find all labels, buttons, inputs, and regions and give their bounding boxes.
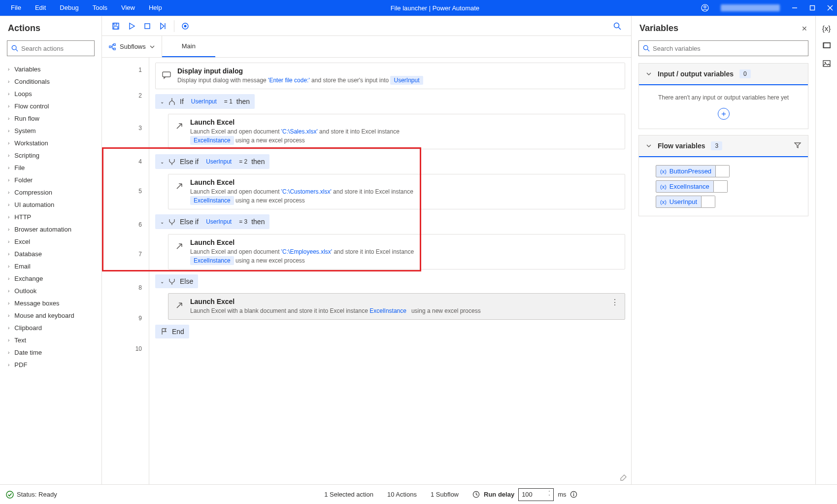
step-display-input-dialog[interactable]: Display input dialog Display input dialo… bbox=[155, 63, 625, 89]
step-launch-excel-2[interactable]: Launch Excel Launch Excel and open docum… bbox=[168, 174, 625, 209]
search-variables-input[interactable] bbox=[653, 45, 804, 52]
io-variables-section: Input / output variables 0 There aren't … bbox=[638, 63, 808, 129]
dialog-icon bbox=[162, 70, 171, 80]
action-category[interactable]: ›Workstation bbox=[0, 137, 101, 149]
close-variables-icon[interactable]: ✕ bbox=[802, 25, 807, 33]
step-title: Launch Excel bbox=[190, 298, 601, 305]
branch-icon bbox=[168, 277, 176, 285]
action-category[interactable]: ›Exchange bbox=[0, 272, 101, 285]
chevron-right-icon: › bbox=[8, 128, 9, 134]
action-category[interactable]: ›Mouse and keyboard bbox=[0, 309, 101, 322]
action-category[interactable]: ›Conditionals bbox=[0, 75, 101, 88]
step-button[interactable] bbox=[155, 18, 171, 34]
action-category[interactable]: ›HTTP bbox=[0, 211, 101, 223]
action-category[interactable]: ›Loops bbox=[0, 88, 101, 100]
clock-icon bbox=[472, 491, 480, 498]
check-circle-icon bbox=[6, 491, 14, 499]
svg-marker-13 bbox=[161, 23, 164, 29]
designer-toolbar bbox=[102, 16, 631, 36]
action-category[interactable]: ›Flow control bbox=[0, 100, 101, 112]
action-category[interactable]: ›Scripting bbox=[0, 149, 101, 162]
collapse-icon[interactable]: ⌄ bbox=[160, 99, 164, 104]
info-icon[interactable] bbox=[570, 491, 577, 498]
action-category[interactable]: ›File bbox=[0, 162, 101, 174]
status-selected: 1 Selected action bbox=[324, 491, 373, 498]
add-variable-button[interactable]: ＋ bbox=[718, 108, 730, 120]
window-close[interactable] bbox=[827, 5, 833, 11]
launch-icon bbox=[174, 241, 184, 251]
stop-button[interactable] bbox=[139, 18, 155, 34]
step-elseif-2[interactable]: ⌄ Else if UserInput = 3 then bbox=[155, 214, 269, 229]
run-delay-input[interactable]: 100 ˄˅ bbox=[518, 488, 554, 501]
actions-panel: Actions ›Variables›Conditionals›Loops›Fl… bbox=[0, 16, 102, 484]
search-variables[interactable] bbox=[638, 40, 808, 56]
delay-down[interactable]: ˅ bbox=[548, 495, 550, 499]
variable-name: ExcelInstance bbox=[670, 183, 709, 190]
io-variables-header[interactable]: Input / output variables 0 bbox=[639, 64, 808, 85]
action-category-label: Variables bbox=[14, 66, 40, 73]
record-button[interactable] bbox=[177, 18, 193, 34]
step-else[interactable]: ⌄ Else bbox=[155, 274, 198, 288]
menu-view[interactable]: View bbox=[114, 0, 142, 16]
action-category[interactable]: ›PDF bbox=[0, 359, 101, 371]
action-category[interactable]: ›Database bbox=[0, 248, 101, 260]
ui-elements-icon[interactable] bbox=[823, 41, 831, 51]
search-actions[interactable] bbox=[7, 40, 95, 56]
filter-icon[interactable] bbox=[794, 142, 801, 150]
window-maximize[interactable] bbox=[809, 5, 815, 11]
action-category[interactable]: ›UI automation bbox=[0, 199, 101, 211]
menu-edit[interactable]: Edit bbox=[28, 0, 53, 16]
action-category[interactable]: ›Folder bbox=[0, 174, 101, 186]
step-launch-excel-blank[interactable]: Launch Excel Launch Excel with a blank d… bbox=[168, 293, 625, 320]
step-end[interactable]: End bbox=[155, 325, 189, 338]
subflow-icon bbox=[109, 43, 116, 50]
action-category[interactable]: ›Run flow bbox=[0, 112, 101, 125]
images-icon[interactable] bbox=[823, 60, 831, 69]
flow-variables-header[interactable]: Flow variables 3 bbox=[639, 135, 808, 157]
flow-variable[interactable]: (x)UserInput bbox=[656, 196, 808, 208]
step-if[interactable]: ⌄ If UserInput = 1 then bbox=[155, 94, 255, 109]
search-actions-input[interactable] bbox=[21, 45, 104, 52]
action-category-label: Scripting bbox=[14, 152, 39, 159]
action-category[interactable]: ›Outlook bbox=[0, 285, 101, 297]
action-category[interactable]: ›Clipboard bbox=[0, 322, 101, 334]
action-category[interactable]: ›Browser automation bbox=[0, 223, 101, 235]
menu-help[interactable]: Help bbox=[142, 0, 169, 16]
flow-variable[interactable]: (x)ExcelInstance bbox=[656, 180, 808, 193]
collapse-icon[interactable]: ⌄ bbox=[160, 279, 164, 284]
svg-line-7 bbox=[16, 49, 18, 51]
account-icon[interactable] bbox=[701, 4, 709, 12]
menu-file[interactable]: File bbox=[4, 0, 28, 16]
flow-canvas[interactable]: Display input dialog Display input dialo… bbox=[149, 58, 631, 484]
menu-tools[interactable]: Tools bbox=[86, 0, 114, 16]
action-category[interactable]: ›Date time bbox=[0, 346, 101, 359]
actions-tree[interactable]: ›Variables›Conditionals›Loops›Flow contr… bbox=[0, 61, 101, 484]
menu-debug[interactable]: Debug bbox=[53, 0, 85, 16]
step-launch-excel-3[interactable]: Launch Excel Launch Excel and open docum… bbox=[168, 234, 625, 269]
search-flow-icon[interactable] bbox=[609, 18, 625, 34]
action-category[interactable]: ›Variables bbox=[0, 63, 101, 75]
save-button[interactable] bbox=[108, 18, 124, 34]
action-category[interactable]: ›Text bbox=[0, 334, 101, 346]
window-minimize[interactable] bbox=[792, 5, 798, 11]
run-button[interactable] bbox=[124, 18, 139, 34]
action-category[interactable]: ›Compression bbox=[0, 186, 101, 199]
eraser-icon[interactable] bbox=[619, 472, 628, 482]
subflows-dropdown[interactable]: Subflows bbox=[102, 36, 162, 57]
collapse-icon[interactable]: ⌄ bbox=[160, 219, 164, 225]
action-category[interactable]: ›System bbox=[0, 125, 101, 137]
more-icon[interactable]: ⋮ bbox=[607, 298, 619, 307]
variable-type-icon: (x) bbox=[660, 199, 667, 205]
step-elseif-1[interactable]: ⌄ Else if UserInput = 2 then bbox=[155, 154, 269, 169]
action-category[interactable]: ›Message boxes bbox=[0, 297, 101, 309]
variables-icon[interactable]: {x} bbox=[822, 24, 831, 33]
tab-main[interactable]: Main bbox=[162, 36, 215, 57]
step-launch-excel-1[interactable]: Launch Excel Launch Excel and open docum… bbox=[168, 114, 625, 149]
step-desc: Launch Excel and open document 'C:\Emplo… bbox=[190, 247, 414, 265]
action-category-label: Database bbox=[14, 250, 42, 258]
line-number: 1 bbox=[138, 67, 142, 73]
action-category[interactable]: ›Excel bbox=[0, 235, 101, 248]
collapse-icon[interactable]: ⌄ bbox=[160, 159, 164, 165]
action-category[interactable]: ›Email bbox=[0, 260, 101, 272]
flow-variable[interactable]: (x)ButtonPressed bbox=[656, 165, 808, 177]
